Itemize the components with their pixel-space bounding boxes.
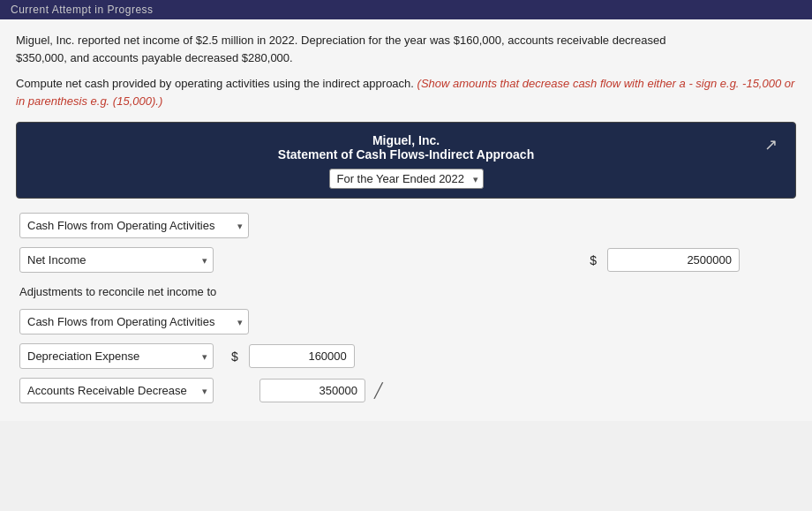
adjustments-text: Adjustments to reconcile net income to	[19, 282, 793, 302]
ar-label-box[interactable]: Accounts Receivable Decrease ▾	[19, 378, 214, 403]
description-line2: $350,000, and accounts payable decreased…	[16, 51, 293, 64]
statement-period-row: For the Year Ended 2022	[329, 169, 484, 189]
net-income-value-group: $	[590, 248, 740, 272]
ar-input[interactable]	[259, 379, 365, 402]
statement-company: Miguel, Inc.	[372, 133, 440, 147]
statement-title: Statement of Cash Flows-Indirect Approac…	[278, 147, 534, 162]
cash-flows-label-1: Cash Flows from Operating Activities	[27, 219, 214, 232]
net-income-row: Net Income ▾ $	[19, 247, 793, 273]
period-dropdown[interactable]: For the Year Ended 2022	[329, 169, 484, 189]
dollar-sign-1: $	[590, 253, 597, 267]
instruction-text: Compute net cash provided by operating a…	[16, 77, 414, 90]
depreciation-label: Depreciation Expense	[27, 349, 139, 363]
net-income-label-box[interactable]: Net Income ▾	[19, 247, 214, 273]
chevron-down-icon-3: ▾	[237, 316, 243, 327]
instruction-block: Compute net cash provided by operating a…	[16, 75, 796, 109]
ar-label: Accounts Receivable Decrease	[27, 384, 187, 397]
cash-flows-label-1-box[interactable]: Cash Flows from Operating Activities ▾	[19, 213, 249, 238]
cursor-icon: ↗	[764, 135, 778, 154]
ar-row: Accounts Receivable Decrease ▾ ╱	[19, 378, 793, 403]
top-bar-label: Current Attempt in Progress	[11, 4, 154, 16]
cash-flows-label-2-box[interactable]: Cash Flows from Operating Activities ▾	[19, 309, 249, 334]
check-slash-icon: ╱	[374, 382, 383, 399]
ar-value-group	[259, 379, 365, 402]
chevron-down-icon-4: ▾	[202, 350, 207, 362]
net-income-input[interactable]	[607, 248, 740, 272]
chevron-down-icon-2: ▾	[202, 254, 207, 266]
content-area: Miguel, Inc. reported net income of $2.5…	[0, 19, 812, 421]
depreciation-label-box[interactable]: Depreciation Expense ▾	[19, 343, 214, 369]
chevron-down-icon-1: ▾	[237, 220, 243, 231]
depreciation-row: Depreciation Expense ▾ $	[19, 343, 793, 369]
net-income-label: Net Income	[27, 253, 86, 267]
period-dropdown-wrapper[interactable]: For the Year Ended 2022	[329, 169, 484, 189]
depreciation-value-group: $	[231, 344, 355, 368]
statement-box: Miguel, Inc. Statement of Cash Flows-Ind…	[16, 122, 796, 199]
cash-flows-row-2: Cash Flows from Operating Activities ▾	[19, 309, 793, 334]
chevron-down-icon-5: ▾	[202, 385, 207, 396]
dollar-sign-2: $	[231, 349, 238, 364]
depreciation-input[interactable]	[249, 344, 355, 368]
cash-flows-label-2: Cash Flows from Operating Activities	[27, 315, 214, 328]
top-bar: Current Attempt in Progress	[0, 0, 812, 19]
description-line1: Miguel, Inc. reported net income of $2.5…	[16, 34, 665, 47]
cash-flows-row-1: Cash Flows from Operating Activities ▾	[19, 213, 793, 238]
page-wrapper: Current Attempt in Progress Miguel, Inc.…	[0, 0, 812, 511]
description-block: Miguel, Inc. reported net income of $2.5…	[16, 32, 796, 66]
form-area: Cash Flows from Operating Activities ▾ N…	[16, 213, 796, 403]
